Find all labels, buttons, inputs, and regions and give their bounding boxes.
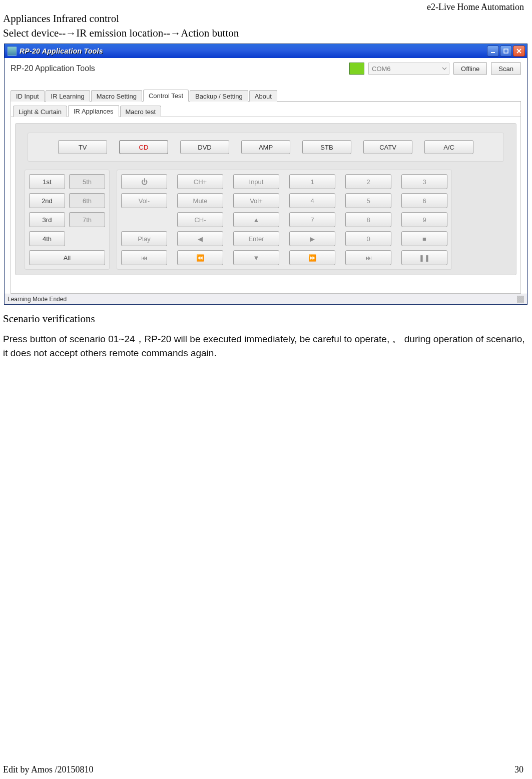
chevron-down-icon [442,66,447,71]
btn-stop[interactable]: ■ [401,231,447,246]
svg-rect-1 [504,49,508,53]
btn-skip-forward[interactable]: ⏭ [345,250,391,265]
btn-vol-up[interactable]: Vol+ [233,193,279,208]
svg-rect-0 [491,52,495,53]
tab-macro-setting[interactable]: Macro Setting [91,90,142,102]
btn-9[interactable]: 9 [401,212,447,227]
btn-enter[interactable]: Enter [233,231,279,246]
loc-2nd[interactable]: 2nd [29,193,65,208]
tab-ir-learning[interactable]: IR Learning [46,90,90,102]
btn-fast-forward[interactable]: ⏩ [289,250,335,265]
power-icon: ⏻ [141,178,148,186]
triangle-left-icon: ◀ [198,235,203,243]
subtab-macro-test[interactable]: Macro test [120,106,162,117]
loc-1st[interactable]: 1st [29,174,65,189]
btn-play[interactable]: Play [121,231,167,246]
btn-7[interactable]: 7 [289,212,335,227]
btn-rewind[interactable]: ⏪ [177,250,223,265]
titlebar[interactable]: RP-20 Application Tools [5,44,527,58]
blank-cell [121,212,167,227]
btn-0[interactable]: 0 [345,231,391,246]
device-catv[interactable]: CATV [363,140,412,154]
status-bar: Learning Mode Ended [5,294,527,304]
app-window: RP-20 Application Tools RP-20 Applicatio… [4,44,527,305]
btn-4[interactable]: 4 [289,193,335,208]
tab-id-input[interactable]: ID Input [11,90,45,102]
btn-ch-down[interactable]: CH- [177,212,223,227]
location-box: 1st 5th 2nd 6th 3rd 7th 4th All [25,170,110,270]
btn-vol-down[interactable]: Vol- [121,193,167,208]
maximize-button[interactable] [500,46,512,57]
btn-down[interactable]: ▼ [233,250,279,265]
sub-tabs: Light & Curtain IR Appliances Macro test [11,102,520,117]
doc-header-right: e2-Live Home Automation [3,0,529,13]
triangle-right-icon: ▶ [310,235,315,243]
stop-icon: ■ [422,235,426,243]
btn-mute[interactable]: Mute [177,193,223,208]
btn-ch-up[interactable]: CH+ [177,174,223,189]
subtab-ir-appliances[interactable]: IR Appliances [68,105,119,117]
device-amp[interactable]: AMP [241,140,290,154]
btn-up[interactable]: ▲ [233,212,279,227]
loc-all[interactable]: All [29,250,105,265]
btn-3[interactable]: 3 [401,174,447,189]
loc-6th[interactable]: 6th [69,193,105,208]
btn-power[interactable]: ⏻ [121,174,167,189]
device-cd[interactable]: CD [119,140,168,154]
btn-6[interactable]: 6 [401,193,447,208]
close-button[interactable] [513,46,525,57]
btn-input[interactable]: Input [233,174,279,189]
rewind-icon: ⏪ [196,254,204,262]
minimize-button[interactable] [487,46,499,57]
loc-5th[interactable]: 5th [69,174,105,189]
app-label: RP-20 Application Tools [11,64,95,73]
tab-about[interactable]: About [249,90,277,102]
tab-control-test[interactable]: Control Test [143,90,189,102]
btn-2[interactable]: 2 [345,174,391,189]
device-stb[interactable]: STB [302,140,351,154]
device-tv[interactable]: TV [58,140,107,154]
btn-5[interactable]: 5 [345,193,391,208]
triangle-down-icon: ▼ [253,254,260,262]
device-dvd[interactable]: DVD [180,140,229,154]
loc-3rd[interactable]: 3rd [29,212,65,227]
triangle-up-icon: ▲ [253,216,260,224]
btn-left[interactable]: ◀ [177,231,223,246]
app-icon [8,47,17,56]
pause-icon: ❚❚ [419,254,430,262]
tab-panel: Light & Curtain IR Appliances Macro test… [11,102,521,294]
status-swatch [349,63,364,75]
btn-skip-back[interactable]: ⏮ [121,250,167,265]
com-port-value: COM6 [372,65,391,73]
subtab-light-curtain[interactable]: Light & Curtain [13,106,67,117]
main-tabs: ID Input IR Learning Macro Setting Contr… [11,89,521,102]
tab-backup-setting[interactable]: Backup / Setting [190,90,248,102]
scan-button[interactable]: Scan [491,62,521,75]
device-ac[interactable]: A/C [424,140,473,154]
btn-8[interactable]: 8 [345,212,391,227]
status-text: Learning Mode Ended [8,296,67,303]
btn-pause[interactable]: ❚❚ [401,250,447,265]
btn-right[interactable]: ▶ [289,231,335,246]
section-heading-1: Appliances Infrared control [3,13,529,25]
com-port-combo[interactable]: COM6 [368,63,449,75]
flow-text: Select device--→IR emission location--→A… [3,27,529,40]
resize-gripper-icon[interactable] [517,296,524,303]
control-area: TV CD DVD AMP STB CATV A/C 1st 5th 2nd [15,123,516,275]
window-title: RP-20 Application Tools [20,47,103,55]
skip-back-icon: ⏮ [141,254,148,262]
fast-forward-icon: ⏩ [308,254,316,262]
offline-button[interactable]: Offline [453,62,487,75]
paragraph: Press button of scenario 01~24，RP-20 wil… [3,332,529,360]
loc-4th[interactable]: 4th [29,231,65,246]
remote-grid: ⏻ CH+ Input 1 2 3 Vol- Mute Vol+ 4 5 6 [117,170,452,270]
section-heading-2: Scenario verifications [3,313,529,325]
loc-7th[interactable]: 7th [69,212,105,227]
device-row: TV CD DVD AMP STB CATV A/C [28,133,504,162]
btn-1[interactable]: 1 [289,174,335,189]
skip-forward-icon: ⏭ [365,254,372,262]
